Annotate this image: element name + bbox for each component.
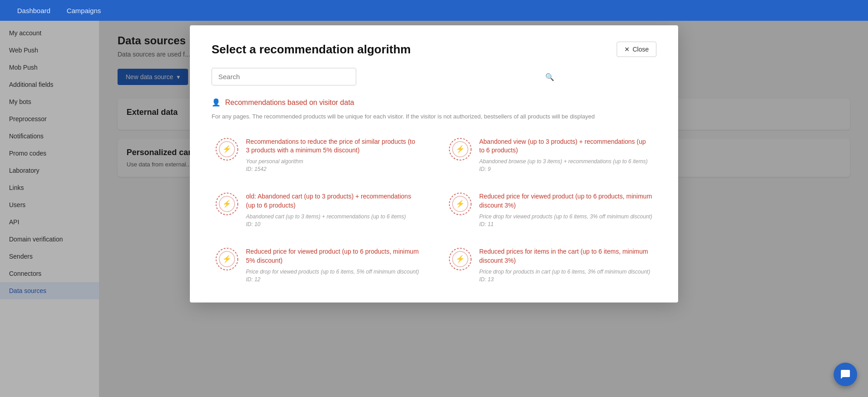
algo-icon-0: ⚡ bbox=[215, 137, 239, 161]
person-icon: 👤 bbox=[212, 98, 221, 107]
algo-subtitle-1: Abandoned browse (up to 3 items) + recom… bbox=[479, 158, 653, 165]
algo-icon-5: ⚡ bbox=[448, 247, 472, 271]
algo-title-2: old: Abandoned cart (up to 3 products) +… bbox=[246, 192, 420, 210]
algo-id-0: ID: 1542 bbox=[246, 166, 420, 172]
algo-icon-2: ⚡ bbox=[215, 192, 239, 216]
algo-content-1: Abandoned view (up to 3 products) + reco… bbox=[479, 137, 653, 173]
search-container: 🔍 bbox=[212, 68, 656, 85]
modal-header: Select a recommendation algorithm ✕ Clos… bbox=[212, 42, 656, 57]
chat-icon bbox=[840, 369, 851, 380]
algorithm-item-0[interactable]: ⚡ Recommendations to reduce the price of… bbox=[212, 134, 423, 176]
svg-text:⚡: ⚡ bbox=[222, 255, 231, 263]
svg-text:⚡: ⚡ bbox=[456, 145, 465, 153]
algorithm-item-4[interactable]: ⚡ Reduced price for viewed product (up t… bbox=[212, 244, 423, 286]
algo-subtitle-0: Your personal algorithm bbox=[246, 158, 420, 165]
main-layout: My account Web Push Mob Push Additional … bbox=[0, 21, 868, 397]
algo-content-0: Recommendations to reduce the price of s… bbox=[246, 137, 420, 173]
algo-subtitle-4: Price drop for viewed products (up to 6 … bbox=[246, 268, 420, 276]
algo-id-3: ID: 11 bbox=[479, 221, 653, 227]
algo-icon-4: ⚡ bbox=[215, 247, 239, 271]
algo-title-4: Reduced price for viewed product (up to … bbox=[246, 247, 420, 265]
modal-title: Select a recommendation algorithm bbox=[212, 43, 411, 57]
section-title: Recommendations based on visitor data bbox=[225, 99, 354, 107]
algo-title-0: Recommendations to reduce the price of s… bbox=[246, 137, 420, 155]
close-button[interactable]: ✕ Close bbox=[617, 42, 656, 57]
algo-subtitle-5: Price drop for products in cart (up to 6… bbox=[479, 268, 653, 276]
search-icon-button[interactable]: 🔍 bbox=[545, 72, 554, 81]
section-header: 👤 Recommendations based on visitor data bbox=[212, 98, 656, 107]
algo-content-4: Reduced price for viewed product (up to … bbox=[246, 247, 420, 283]
algo-id-2: ID: 10 bbox=[246, 221, 420, 227]
nav-campaigns[interactable]: Campaigns bbox=[58, 0, 109, 21]
algorithm-item-2[interactable]: ⚡ old: Abandoned cart (up to 3 products)… bbox=[212, 189, 423, 231]
algo-content-3: Reduced price for viewed product (up to … bbox=[479, 192, 653, 227]
algo-id-5: ID: 13 bbox=[479, 276, 653, 283]
algo-icon-1: ⚡ bbox=[448, 137, 472, 161]
algo-subtitle-2: Abandoned cart (up to 3 items) + recomme… bbox=[246, 213, 420, 221]
nav-dashboard[interactable]: Dashboard bbox=[9, 0, 58, 21]
svg-text:⚡: ⚡ bbox=[456, 255, 465, 263]
algorithm-item-3[interactable]: ⚡ Reduced price for viewed product (up t… bbox=[445, 189, 656, 231]
chat-bubble-button[interactable] bbox=[834, 363, 857, 386]
algo-id-1: ID: 9 bbox=[479, 166, 653, 172]
algo-title-1: Abandoned view (up to 3 products) + reco… bbox=[479, 137, 653, 155]
algo-content-2: old: Abandoned cart (up to 3 products) +… bbox=[246, 192, 420, 227]
algo-id-4: ID: 12 bbox=[246, 276, 420, 283]
svg-text:⚡: ⚡ bbox=[222, 199, 231, 208]
algorithm-item-5[interactable]: ⚡ Reduced prices for items in the cart (… bbox=[445, 244, 656, 286]
algo-content-5: Reduced prices for items in the cart (up… bbox=[479, 247, 653, 283]
close-icon: ✕ bbox=[624, 46, 630, 53]
modal-overlay: Select a recommendation algorithm ✕ Clos… bbox=[0, 21, 868, 397]
algorithm-grid: ⚡ Recommendations to reduce the price of… bbox=[212, 134, 656, 287]
algo-title-3: Reduced price for viewed product (up to … bbox=[479, 192, 653, 210]
top-navigation: Dashboard Campaigns bbox=[0, 0, 868, 21]
svg-text:⚡: ⚡ bbox=[456, 199, 465, 208]
svg-text:⚡: ⚡ bbox=[222, 145, 231, 153]
recommendation-modal: Select a recommendation algorithm ✕ Clos… bbox=[190, 25, 678, 302]
search-input[interactable] bbox=[212, 68, 356, 85]
algo-subtitle-3: Price drop for viewed products (up to 6 … bbox=[479, 213, 653, 221]
algorithm-item-1[interactable]: ⚡ Abandoned view (up to 3 products) + re… bbox=[445, 134, 656, 176]
algo-title-5: Reduced prices for items in the cart (up… bbox=[479, 247, 653, 265]
section-description: For any pages. The recommended products … bbox=[212, 112, 656, 121]
algo-icon-3: ⚡ bbox=[448, 192, 472, 216]
search-icon: 🔍 bbox=[545, 73, 554, 80]
